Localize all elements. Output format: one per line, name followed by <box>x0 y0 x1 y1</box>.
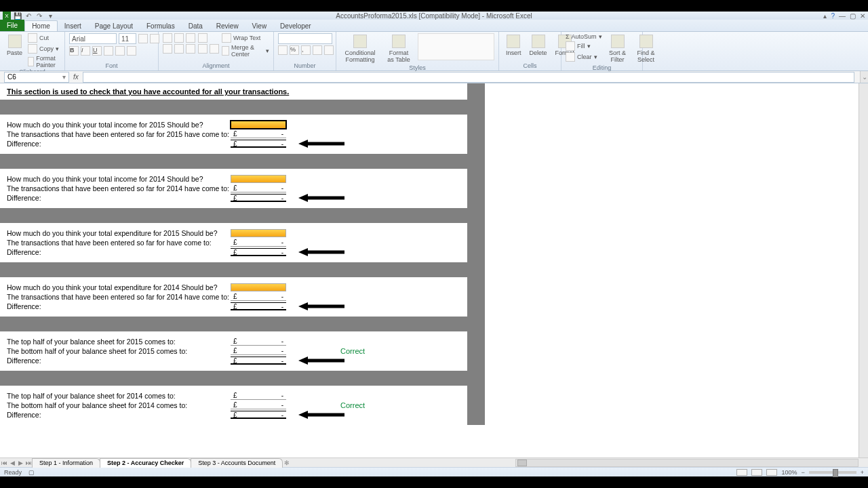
fill-color-icon[interactable] <box>115 46 125 56</box>
cell-styles-gallery[interactable] <box>418 33 494 60</box>
grow-font-icon[interactable] <box>138 34 148 43</box>
tab-insert[interactable]: Insert <box>58 21 88 31</box>
cut-button[interactable]: Cut <box>28 33 60 43</box>
align-right-icon[interactable] <box>186 44 195 54</box>
wrap-text-button[interactable]: Wrap Text <box>222 33 269 43</box>
value-cell[interactable]: £ <box>231 401 286 409</box>
italic-icon[interactable]: I <box>81 46 90 56</box>
formula-bar-expand-icon[interactable]: ⌄ <box>860 71 868 83</box>
minimize-icon[interactable]: — <box>839 12 846 20</box>
orientation-icon[interactable] <box>198 33 208 43</box>
percent-icon[interactable]: % <box>290 45 299 55</box>
next-sheet-icon[interactable]: ▶ <box>16 460 24 466</box>
zoom-in-icon[interactable]: + <box>861 469 864 476</box>
format-as-table-button[interactable]: Format as Table <box>382 33 415 64</box>
input-cell[interactable] <box>231 175 286 183</box>
delete-cells-button[interactable]: Delete <box>527 33 550 58</box>
macro-record-icon[interactable]: ▢ <box>28 469 35 476</box>
indent-decrease-icon[interactable] <box>198 44 208 54</box>
help-icon[interactable]: ? <box>831 12 835 20</box>
value-cell[interactable]: £ <box>231 347 286 355</box>
font-size-select[interactable]: 11 <box>119 33 136 44</box>
worksheet[interactable]: This section is used to check that you h… <box>0 83 859 458</box>
paste-button[interactable]: Paste <box>4 33 25 58</box>
tab-home[interactable]: Home <box>24 20 58 31</box>
difference-cell[interactable]: £- <box>231 194 286 202</box>
page-break-view-icon[interactable] <box>766 469 777 476</box>
difference-cell[interactable]: £- <box>231 248 286 256</box>
comma-icon[interactable]: , <box>301 45 311 55</box>
undo-icon[interactable]: ↶ <box>24 12 33 20</box>
formula-input[interactable] <box>83 72 854 83</box>
font-select[interactable]: Arial <box>69 33 117 44</box>
value-cell[interactable]: £ <box>231 293 286 301</box>
ribbon-minimize-icon[interactable]: ▴ <box>823 12 827 20</box>
font-color-icon[interactable] <box>127 46 136 56</box>
first-sheet-icon[interactable]: ⏮ <box>0 460 8 466</box>
number-format-select[interactable] <box>278 33 332 44</box>
sheet-tab-active[interactable]: Step 2 - Accuracy Checker <box>100 458 191 468</box>
tab-view[interactable]: View <box>245 21 274 31</box>
merge-center-button[interactable]: Merge & Center ▾ <box>222 44 269 58</box>
input-cell[interactable] <box>231 283 286 291</box>
name-box[interactable]: C6▾ <box>4 72 69 83</box>
sheet-tab[interactable]: Step 3 - Accounts Document <box>191 458 283 468</box>
new-sheet-icon[interactable]: ✻ <box>283 460 291 466</box>
value-cell[interactable]: £ <box>231 338 286 346</box>
redo-icon[interactable]: ↷ <box>35 12 43 20</box>
border-icon[interactable] <box>104 46 113 56</box>
input-cell[interactable] <box>231 229 286 237</box>
difference-cell[interactable]: £- <box>231 140 286 148</box>
tab-data[interactable]: Data <box>182 21 210 31</box>
value-cell[interactable]: £ <box>231 392 286 400</box>
sheet-tab[interactable]: Step 1 - Information <box>32 458 100 468</box>
bold-icon[interactable]: B <box>69 46 79 56</box>
empty-area[interactable] <box>485 83 859 425</box>
file-tab[interactable]: File <box>0 19 24 31</box>
difference-cell[interactable]: £- <box>231 411 286 419</box>
close-icon[interactable]: ✕ <box>860 12 865 20</box>
sort-filter-button[interactable]: Sort & Filter <box>605 33 631 64</box>
align-bottom-icon[interactable] <box>186 33 195 43</box>
conditional-formatting-button[interactable]: Conditional Formatting <box>340 33 380 64</box>
indent-increase-icon[interactable] <box>210 44 219 54</box>
save-icon[interactable]: 💾 <box>14 12 22 20</box>
copy-button[interactable]: Copy ▾ <box>28 44 60 54</box>
qat-dropdown-icon[interactable]: ▾ <box>46 12 54 20</box>
fill-button[interactable]: Fill ▾ <box>566 41 602 51</box>
zoom-slider[interactable] <box>809 471 856 474</box>
difference-cell[interactable]: £- <box>231 357 286 365</box>
tab-review[interactable]: Review <box>210 21 245 31</box>
restore-icon[interactable]: ▢ <box>850 12 856 20</box>
fx-icon[interactable]: fx <box>73 73 79 81</box>
zoom-level[interactable]: 100% <box>781 469 797 476</box>
normal-view-icon[interactable] <box>736 469 747 476</box>
value-cell[interactable]: £ <box>231 130 286 138</box>
find-select-button[interactable]: Find & Select <box>633 33 659 64</box>
value-cell[interactable]: £ <box>231 184 286 192</box>
vertical-scrollbar[interactable] <box>859 83 868 458</box>
input-cell[interactable] <box>231 121 286 129</box>
underline-icon[interactable]: U <box>92 46 102 56</box>
align-top-icon[interactable] <box>163 33 172 43</box>
align-center-icon[interactable] <box>174 44 184 54</box>
decrease-decimal-icon[interactable] <box>324 45 334 55</box>
tab-developer[interactable]: Developer <box>273 21 318 31</box>
value-cell[interactable]: £ <box>231 239 286 247</box>
autosum-button[interactable]: Σ AutoSum ▾ <box>566 33 602 40</box>
align-middle-icon[interactable] <box>174 33 184 43</box>
currency-icon[interactable] <box>278 45 288 55</box>
prev-sheet-icon[interactable]: ◀ <box>8 460 16 466</box>
tab-page-layout[interactable]: Page Layout <box>88 21 140 31</box>
insert-cells-button[interactable]: Insert <box>503 33 524 58</box>
clear-button[interactable]: Clear ▾ <box>566 52 602 62</box>
format-painter-button[interactable]: Format Painter <box>28 55 60 68</box>
zoom-out-icon[interactable]: − <box>801 469 804 476</box>
shrink-font-icon[interactable] <box>150 34 159 43</box>
align-left-icon[interactable] <box>163 44 172 54</box>
horizontal-scrollbar[interactable] <box>515 459 859 467</box>
difference-cell[interactable]: £- <box>231 302 286 310</box>
tab-formulas[interactable]: Formulas <box>140 21 182 31</box>
page-layout-view-icon[interactable] <box>751 469 762 476</box>
increase-decimal-icon[interactable] <box>313 45 322 55</box>
